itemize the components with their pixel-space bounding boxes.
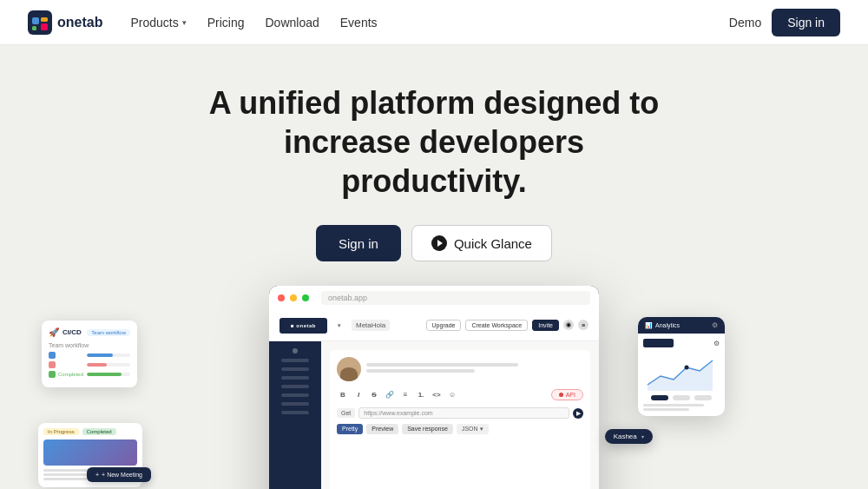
workflow-item-2 (49, 361, 130, 368)
kanban-image (43, 439, 137, 466)
method-select[interactable]: Get (337, 408, 355, 418)
api-dot (559, 393, 563, 397)
svg-rect-3 (41, 17, 48, 22)
kanban-header: In Progress Completed (43, 428, 137, 435)
workspace-badge: MetaHola (352, 320, 390, 331)
settings-icon: ⚙ (712, 321, 718, 329)
new-meeting-button[interactable]: + + New Meeting (87, 467, 151, 482)
save-response-button[interactable]: Save response (402, 424, 453, 434)
hero-section: A unified platform designed to increase … (0, 45, 868, 261)
app-logo: ■ onetab (279, 318, 327, 334)
mobile-settings-icon: ⚙ (713, 340, 720, 347)
svg-rect-4 (41, 23, 48, 30)
logo-text: onetab (57, 15, 102, 30)
list-button[interactable]: ≡ (399, 388, 411, 400)
hero-buttons: Sign in Quick Glance (316, 225, 552, 261)
app-body: B I S 🔗 ≡ 1. <> ☺ API (269, 341, 599, 489)
send-button[interactable]: ▶ (573, 408, 583, 419)
url-input[interactable]: https://www.example.com (358, 407, 569, 419)
minimize-dot (290, 294, 297, 301)
mobile-logo (643, 339, 674, 347)
maximize-dot (302, 294, 309, 301)
browser-bar: onetab.app (269, 286, 599, 310)
workflow-item-1 (49, 352, 130, 359)
editor-area: B I S 🔗 ≡ 1. <> ☺ API (330, 350, 590, 489)
api-badge[interactable]: API (551, 389, 583, 400)
nav-pricing[interactable]: Pricing (207, 16, 245, 30)
italic-button[interactable]: I (352, 388, 365, 400)
screenshot-container: 🚀 CI/CD Team workflow Team workflow Comp… (0, 286, 868, 489)
kashea-card: Kashea ▾ (605, 429, 653, 444)
strike-button[interactable]: S (368, 388, 380, 400)
editor-toolbar: B I S 🔗 ≡ 1. <> ☺ API (337, 388, 583, 400)
hero-title: A unified platform designed to increase … (156, 83, 712, 201)
signin-nav-button[interactable]: Sign in (772, 9, 840, 36)
nav-right: Demo Sign in (729, 9, 840, 36)
logo[interactable]: onetab (28, 10, 102, 35)
analytics-body: ⚙ (638, 334, 725, 416)
play-icon (431, 235, 447, 251)
rocket-icon: 🚀 (49, 327, 59, 337)
nav-events[interactable]: Events (340, 16, 378, 30)
app-nav-buttons: Upgrade Create Workspace Invite ◉ ≡ (426, 320, 589, 331)
json-dropdown[interactable]: JSON ▾ (457, 424, 489, 434)
emoji-button[interactable]: ☺ (446, 388, 458, 400)
plus-icon: + (95, 472, 99, 478)
hero-quick-glance-button[interactable]: Quick Glance (411, 225, 552, 261)
close-dot (278, 294, 285, 301)
demo-button[interactable]: Demo (729, 16, 761, 30)
chart-area (643, 352, 720, 391)
app-nav: ■ onetab ▾ MetaHola Upgrade Create Works… (269, 310, 599, 341)
chart-icon: 📊 (645, 322, 653, 329)
analytics-card: 📊 Analytics ⚙ ⚙ (638, 317, 725, 416)
svg-point-5 (685, 366, 689, 370)
code-button[interactable]: <> (431, 388, 443, 400)
nav-products[interactable]: Products ▾ (130, 16, 186, 30)
bold-button[interactable]: B (337, 388, 349, 400)
url-bar: onetab.app (321, 291, 590, 305)
preview-button[interactable]: Preview (366, 424, 398, 434)
url-row: Get https://www.example.com ▶ (337, 407, 583, 419)
app-main-content: B I S 🔗 ≡ 1. <> ☺ API (321, 341, 599, 489)
svg-rect-1 (32, 17, 39, 24)
nav-download[interactable]: Download (266, 16, 319, 30)
avatar-row (337, 357, 583, 381)
svg-rect-2 (32, 26, 36, 30)
svg-rect-0 (28, 10, 52, 35)
link-button[interactable]: 🔗 (384, 388, 396, 400)
analytics-header: 📊 Analytics ⚙ (638, 317, 725, 334)
nav-links: Products ▾ Pricing Download Events (130, 16, 728, 30)
navbar: onetab Products ▾ Pricing Download Event… (0, 0, 868, 45)
hero-signin-button[interactable]: Sign in (316, 225, 401, 261)
pretty-button[interactable]: Pretty (337, 424, 363, 434)
ol-button[interactable]: 1. (415, 388, 427, 400)
workflow-item-completed: Completed (49, 371, 130, 378)
team-workflow-card: 🚀 CI/CD Team workflow Team workflow Comp… (42, 320, 137, 387)
browser-mockup: onetab.app ■ onetab ▾ MetaHola Upgrade C… (269, 286, 599, 489)
app-sidebar (269, 341, 321, 489)
action-row: Pretty Preview Save response JSON ▾ (337, 424, 583, 434)
user-avatar (337, 357, 361, 381)
